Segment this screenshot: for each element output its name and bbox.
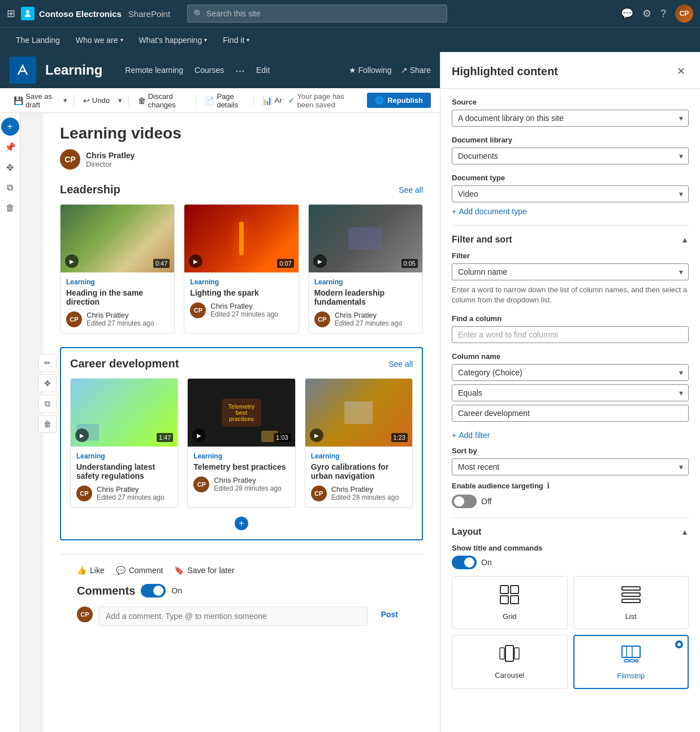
- panel-close-btn[interactable]: ✕: [673, 63, 689, 79]
- source-select[interactable]: A document library on this site: [452, 110, 689, 127]
- layout-option-carousel[interactable]: Carousel: [452, 635, 568, 689]
- play-btn-0[interactable]: ▶: [65, 254, 79, 268]
- video-card-0[interactable]: ▶ 0:47 Learning Heading in the same dire…: [60, 204, 175, 333]
- saved-status: ✓ Your page has been saved: [288, 92, 360, 109]
- video-meta-career-2: CP Chris Pratley Edited 28 minutes ago: [311, 485, 407, 501]
- nav-label-find: Find it: [223, 36, 244, 45]
- video-card-1[interactable]: ▶ 0:07 Learning Lighting the spark CP: [184, 204, 299, 333]
- video-card-2[interactable]: ▶ 0:05 Learning Modern leadership fundam…: [308, 204, 423, 333]
- video-duration-1: 0:07: [277, 259, 293, 268]
- search-bar[interactable]: 🔍: [187, 5, 447, 23]
- video-meta-text-1: Chris Pratley Edited 27 minutes ago: [210, 302, 278, 318]
- page-details-btn[interactable]: 📄 Page details: [200, 90, 248, 111]
- video-info-career-1: Learning Telemetry best practices CP Chr…: [188, 447, 295, 498]
- doc-type-label: Document type: [452, 174, 689, 182]
- undo-btn[interactable]: ↩ Undo: [79, 94, 114, 107]
- comment-btn[interactable]: 💬 Comment: [116, 566, 163, 575]
- play-btn-2[interactable]: ▶: [313, 254, 327, 268]
- section-edit-btn[interactable]: ✏: [38, 354, 57, 372]
- republish-btn[interactable]: 🌐 Republish: [367, 93, 431, 108]
- subnav-edit[interactable]: Edit: [256, 66, 270, 75]
- post-comment-btn[interactable]: Post: [373, 607, 406, 622]
- section-move-btn[interactable]: ✥: [38, 374, 57, 392]
- play-btn-career-2[interactable]: ▶: [310, 428, 323, 442]
- section-delete-btn[interactable]: 🗑: [38, 415, 57, 433]
- add-webpart-btn[interactable]: +: [1, 118, 19, 136]
- apps-icon[interactable]: ⊞: [7, 7, 15, 20]
- comments-toggle[interactable]: [141, 584, 166, 597]
- subnav-remote-learning[interactable]: Remote learning: [125, 63, 183, 77]
- play-btn-career-0[interactable]: ▶: [75, 428, 89, 442]
- layout-option-grid[interactable]: Grid: [452, 576, 568, 629]
- video-author-avatar-1: CP: [190, 302, 206, 318]
- filter-select[interactable]: Column name: [452, 263, 689, 280]
- action-bar: 👍 Like 💬 Comment 🔖 Save for later: [77, 566, 406, 575]
- section-duplicate-btn[interactable]: ⧉: [38, 395, 57, 413]
- undo-chevron[interactable]: ▾: [116, 94, 124, 107]
- author-avatar: CP: [60, 149, 80, 170]
- audience-info-icon[interactable]: ℹ: [547, 481, 550, 490]
- site-navigation: The Landing Who we are ▾ What's happenin…: [0, 27, 700, 52]
- layout-option-list[interactable]: List: [573, 576, 689, 629]
- save-for-later-btn[interactable]: 🔖 Save for later: [174, 566, 234, 575]
- sort-by-section: Sort by Most recent: [452, 447, 689, 475]
- edit-bar: 💾 Save as draft ▾ ↩ Undo ▾ 🗑 Discard cha…: [0, 88, 440, 113]
- sort-by-select[interactable]: Most recent: [452, 458, 689, 475]
- panel-header: Highlighted content ✕: [440, 52, 700, 89]
- main-layout: Learning Remote learning Courses ··· Edi…: [0, 52, 700, 732]
- video-card-career-1[interactable]: Telemetry best practices ▶ 1:03 Learning: [187, 378, 295, 508]
- video-card-career-2[interactable]: ▶ 1:23 Learning Gyro calibrations for ur…: [305, 378, 413, 508]
- video-thumb-career-2: ▶ 1:23: [305, 379, 412, 447]
- following-btn[interactable]: ★ Following: [349, 66, 392, 75]
- toolbar-delete-btn[interactable]: 🗑: [1, 199, 19, 217]
- add-filter-btn[interactable]: + Add filter: [452, 431, 689, 440]
- find-column-input[interactable]: [452, 326, 689, 343]
- career-see-all[interactable]: See all: [388, 359, 413, 369]
- add-doc-type-btn[interactable]: + Add document type: [452, 207, 689, 216]
- video-duration-0: 0:47: [153, 259, 170, 268]
- save-draft-btn[interactable]: 💾 Save as draft: [9, 90, 59, 111]
- layout-grid-icon: [499, 584, 520, 609]
- nav-item-find[interactable]: Find it ▾: [216, 28, 256, 53]
- chat-icon[interactable]: 💬: [621, 7, 633, 20]
- toolbar-sticker-btn[interactable]: 📌: [1, 138, 19, 156]
- discard-btn[interactable]: 🗑 Discard changes: [133, 90, 191, 111]
- add-section-btn[interactable]: +: [235, 517, 248, 530]
- filter-value-input[interactable]: [452, 405, 689, 422]
- save-draft-chevron[interactable]: ▾: [62, 94, 69, 107]
- layout-option-filmstrip[interactable]: Filmstrip: [573, 635, 689, 689]
- equals-select[interactable]: Equals: [452, 384, 689, 401]
- subnav-courses[interactable]: Courses: [195, 63, 224, 77]
- layout-collapse-icon[interactable]: ▲: [681, 527, 689, 536]
- leadership-see-all[interactable]: See all: [399, 185, 423, 194]
- avatar[interactable]: CP: [675, 5, 693, 23]
- video-thumb-0: ▶ 0:47: [61, 205, 174, 272]
- toolbar-move-btn[interactable]: ✥: [1, 158, 19, 176]
- nav-item-happening[interactable]: What's happening ▾: [132, 28, 214, 53]
- audience-toggle[interactable]: [452, 495, 477, 508]
- collapse-icon[interactable]: ▲: [681, 235, 689, 244]
- nav-item-who[interactable]: Who we are ▾: [69, 28, 130, 53]
- doc-type-select[interactable]: Video: [452, 185, 689, 202]
- doc-library-select[interactable]: Documents: [452, 148, 689, 164]
- svg-point-0: [26, 10, 29, 14]
- like-btn[interactable]: 👍 Like: [77, 566, 105, 575]
- site-name: Contoso Electronics: [39, 9, 122, 19]
- svg-rect-3: [500, 586, 508, 594]
- toolbar-copy-btn[interactable]: ⧉: [1, 179, 19, 197]
- subnav-more[interactable]: ···: [235, 64, 245, 77]
- nav-item-landing[interactable]: The Landing: [9, 28, 67, 53]
- video-category-0: Learning: [66, 278, 168, 286]
- column-name-select[interactable]: Category (Choice): [452, 364, 689, 381]
- site-logo[interactable]: Contoso Electronics SharePoint: [21, 7, 170, 20]
- comment-input[interactable]: [98, 607, 368, 626]
- share-btn[interactable]: ↗ Share: [401, 66, 431, 75]
- settings-icon[interactable]: ⚙: [642, 7, 651, 20]
- video-card-career-0[interactable]: ▶ 1:47 Learning Understanding latest saf…: [70, 378, 178, 508]
- show-title-toggle[interactable]: [452, 556, 477, 569]
- add-section-row: +: [70, 517, 413, 530]
- search-input[interactable]: [206, 9, 441, 18]
- video-author-avatar-career-0: CP: [76, 486, 92, 501]
- help-icon[interactable]: ?: [660, 8, 666, 20]
- analytics-btn[interactable]: 📊 Ar: [258, 94, 286, 107]
